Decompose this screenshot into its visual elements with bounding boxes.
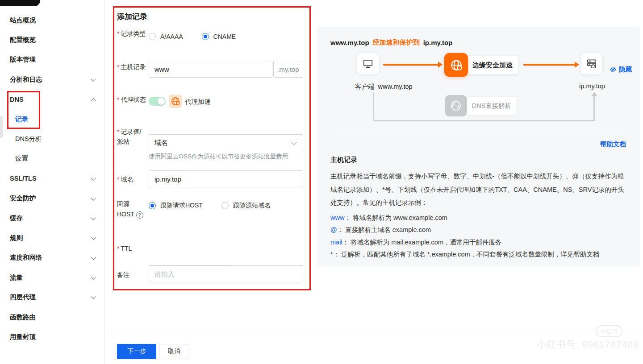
dns-direct-label: DNS直接解析 (467, 97, 517, 115)
proxy-toggle[interactable] (149, 97, 166, 106)
radio-a-aaaa[interactable] (149, 33, 156, 40)
chevron-down-icon (91, 77, 96, 82)
host-record-label: *主机记录 (117, 62, 146, 72)
next-step-button[interactable]: 下一步 (117, 344, 156, 359)
domain-label: *域名 (117, 174, 146, 184)
chevron-down-icon (91, 215, 96, 220)
proxy-toggle-label: 代理加速 (185, 98, 211, 106)
chevron-down-icon (91, 255, 96, 260)
dns-direct-node (445, 95, 467, 116)
arrow-client-to-edge (383, 64, 438, 66)
page-title: 添加记录 (117, 12, 147, 22)
edge-acceleration-label: 边缘安全加速 (467, 56, 518, 74)
oss-hint-text: 使用阿里云OSS作为源站可以节省更多源站流量费用 (149, 153, 288, 161)
sidebar-item-traffic[interactable]: 流量 (0, 268, 104, 287)
origin-host-label: 回源HOST ? (117, 199, 144, 219)
chevron-down-icon (91, 175, 96, 180)
monitor-icon (362, 58, 374, 70)
client-node (357, 53, 379, 74)
sidebar-item-dns-analysis[interactable]: DNS分析 (0, 129, 104, 149)
target-domain: ip.my.top (423, 39, 453, 46)
proxy-status-label: *代理状态 (117, 95, 146, 104)
sidebar-item-version-management[interactable]: 版本管理 (0, 50, 104, 70)
sidebar-item-analytics-logs[interactable]: 分析和日志 (0, 70, 104, 89)
arrow-edge-to-origin (523, 64, 575, 66)
sidebar-item-usage-cap[interactable]: 用量封顶 (0, 327, 104, 347)
dns-path-arrowhead (591, 92, 597, 96)
chevron-up-icon (91, 98, 96, 103)
footer-divider (104, 329, 643, 329)
domain-input[interactable] (149, 170, 303, 187)
example-www: www： 将域名解析为 www.example.com (330, 214, 626, 222)
sidebar-item-cache[interactable]: 缓存 (0, 208, 104, 228)
example-at: @： 直接解析主域名 example.com (330, 226, 626, 234)
client-caption: 客户端 www.my.top (355, 83, 413, 91)
help-section: 帮助文档 主机记录 主机记录相当于域名前缀，支持小写字母、数字、中划线-（但不能… (330, 140, 626, 259)
watermark-text: 小红书号: 9961767409 (537, 338, 639, 351)
radio-follow-origin-domain[interactable] (221, 202, 229, 209)
example-wildcard: *： 泛解析，匹配其他所有子域名 *.example.com，不同套餐有泛域名数… (330, 250, 626, 259)
help-doc-link[interactable]: 帮助文档 (600, 141, 626, 148)
watermark-badge: 小红书 (596, 325, 622, 337)
chevron-down-icon (91, 274, 96, 279)
dns-path-bottom (373, 120, 595, 121)
sidebar-item-dns-settings[interactable]: 设置 (0, 149, 104, 169)
dns-path-right (593, 96, 595, 121)
edge-acceleration-node (444, 53, 468, 77)
remark-input[interactable] (149, 265, 303, 282)
sidebar-collapse-handle[interactable] (0, 116, 3, 138)
hide-panel-link[interactable]: 隐藏 (610, 65, 632, 74)
source-domain: www.my.top (330, 39, 369, 46)
host-record-suffix: .my.top (273, 61, 303, 78)
host-record-input[interactable] (149, 61, 272, 78)
sidebar-item-function-routes[interactable]: 函数路由 (0, 307, 104, 327)
globe-shield-icon (450, 58, 463, 72)
panel-divider (330, 131, 626, 131)
record-type-label: *记录类型 (117, 29, 146, 38)
acceleration-text: 经加速和保护到 (373, 38, 420, 47)
panel-header: www.my.top 经加速和保护到 ip.my.top (330, 38, 452, 47)
radio-a-aaaa-label[interactable]: A/AAAA (160, 33, 183, 40)
chevron-down-icon (291, 139, 297, 145)
sidebar-item-ssl-tls[interactable]: SSL/TLS (0, 169, 104, 188)
dns-path-left (373, 92, 374, 121)
record-value-label: *记录值/源站 (117, 127, 146, 147)
sidebar-item-records[interactable]: 记录 (0, 109, 104, 129)
remark-label: 备注 (117, 270, 146, 280)
earth-icon (450, 99, 462, 112)
chevron-down-icon (91, 294, 96, 299)
screen-corner-decoration (0, 0, 40, 6)
proxy-globe-icon (169, 95, 182, 108)
radio-cname[interactable] (202, 33, 209, 40)
radio-cname-label[interactable]: CNAME (213, 33, 236, 40)
record-value-select[interactable]: 域名 (149, 134, 303, 151)
sidebar: 站点概况 配置概览 版本管理 分析和日志 DNS 记录 DNS分析 设置 SSL… (0, 0, 104, 364)
radio-follow-request-host[interactable] (149, 202, 156, 209)
sidebar-item-site-overview[interactable]: 站点概况 (0, 10, 104, 30)
help-paragraph: 主机记录相当于域名前缀，支持小写字母、数字、中划线-（但不能以中划线开头）、@（… (330, 170, 626, 210)
sidebar-item-config-overview[interactable]: 配置概览 (0, 30, 104, 50)
ttl-label: *TTL (117, 244, 146, 253)
record-type-radio-group: A/AAAA CNAME (149, 33, 236, 40)
sidebar-item-layer4-proxy[interactable]: 四层代理 (0, 287, 104, 307)
sidebar-item-security[interactable]: 安全防护 (0, 189, 104, 208)
help-question-icon[interactable]: ? (136, 211, 143, 219)
chevron-down-icon (91, 195, 96, 200)
radio-follow-request-host-label[interactable]: 跟随请求HOST (160, 202, 203, 210)
server-cloud-icon (586, 58, 597, 70)
origin-host-radio-group: 跟随请求HOST 跟随源站域名 (149, 202, 271, 210)
radio-follow-origin-domain-label[interactable]: 跟随源站域名 (233, 202, 271, 210)
example-mail: mail： 将域名解析为 mail.example.com，通常用于邮件服务 (330, 238, 626, 247)
sidebar-item-speed-network[interactable]: 速度和网络 (0, 248, 104, 268)
origin-caption: ip.my.top (570, 83, 614, 90)
chevron-down-icon (91, 235, 96, 240)
sidebar-item-dns[interactable]: DNS (0, 90, 104, 109)
eye-slash-icon (610, 66, 617, 73)
origin-node (581, 53, 602, 74)
cancel-button[interactable]: 取消 (159, 344, 189, 359)
sidebar-item-rules[interactable]: 规则 (0, 228, 104, 248)
help-title: 主机记录 (330, 156, 626, 164)
